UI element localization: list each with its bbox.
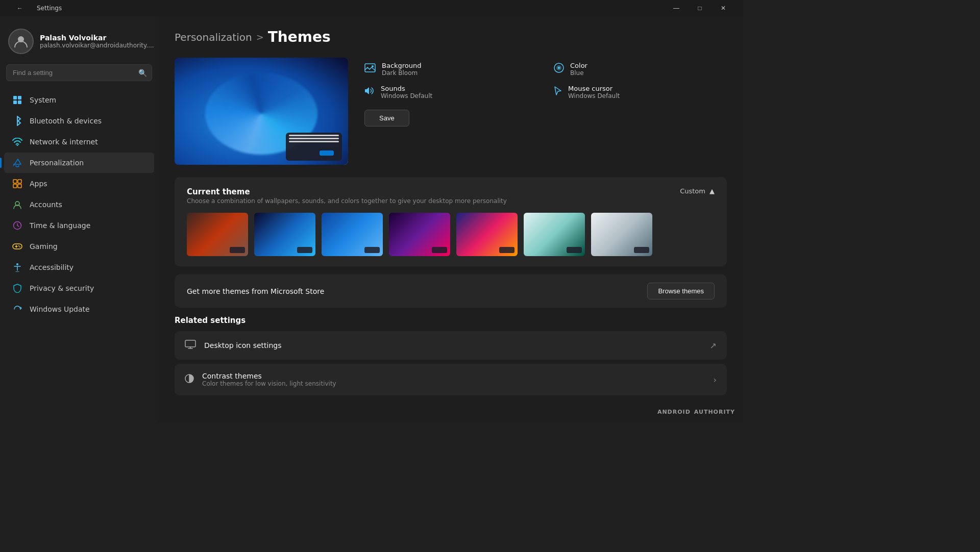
- cursor-icon: [554, 86, 562, 98]
- search-input[interactable]: [6, 64, 152, 81]
- theme-bar-7: [634, 247, 649, 253]
- apps-icon: [12, 179, 22, 189]
- sidebar-item-personalization[interactable]: Personalization: [4, 153, 154, 173]
- sidebar-item-apps[interactable]: Apps: [4, 173, 154, 194]
- bluetooth-icon: [12, 116, 22, 126]
- theme-preview-card: Background Dark Bloom Color Blue: [175, 58, 727, 165]
- network-icon: [12, 137, 22, 147]
- theme-thumbnail-4[interactable]: [389, 213, 450, 256]
- color-value: Blue: [570, 69, 587, 77]
- titlebar-controls: — □ ✕: [665, 0, 735, 16]
- sidebar-item-label-bluetooth: Bluetooth & devices: [30, 117, 102, 125]
- svg-rect-4: [18, 101, 21, 104]
- color-label: Color: [570, 62, 587, 69]
- browse-themes-button[interactable]: Browse themes: [647, 283, 715, 299]
- sidebar-item-accessibility[interactable]: Accessibility: [4, 257, 154, 278]
- theme-thumbnail-1[interactable]: [187, 213, 248, 256]
- sidebar-item-label-accessibility: Accessibility: [30, 263, 74, 271]
- theme-info-sounds: Sounds Windows Default: [364, 85, 537, 99]
- contrast-sublabel: Color themes for low vision, light sensi…: [202, 380, 336, 387]
- svg-rect-21: [185, 340, 195, 347]
- sidebar-item-system[interactable]: System: [4, 90, 154, 110]
- breadcrumb: Personalization > Themes: [175, 29, 727, 45]
- gaming-icon: [12, 241, 22, 252]
- watermark: ANDROID AUTHORITY: [655, 408, 735, 416]
- desktop-icon-icon: [185, 339, 196, 352]
- related-item-contrast-themes[interactable]: Contrast themes Color themes for low vis…: [175, 364, 727, 395]
- accounts-icon: [12, 199, 22, 210]
- titlebar: ← Settings — □ ✕: [0, 0, 743, 16]
- theme-bar-5: [499, 247, 514, 253]
- theme-preview-taskbar: [286, 133, 342, 161]
- accessibility-icon: [12, 262, 22, 272]
- sidebar: Palash Volvoikar palash.volvoikar@androi…: [0, 16, 158, 422]
- theme-bar-4: [432, 247, 447, 253]
- theme-info-color: Color Blue: [554, 62, 727, 77]
- maximize-button[interactable]: □: [688, 0, 712, 16]
- related-item-desktop-icon[interactable]: Desktop icon settings ↗: [175, 331, 727, 360]
- user-email: palash.volvoikar@androidauthority....: [40, 42, 154, 49]
- close-button[interactable]: ✕: [712, 0, 735, 16]
- avatar: [8, 29, 34, 54]
- main-content: Personalization > Themes: [158, 16, 743, 422]
- sidebar-item-label-system: System: [30, 96, 56, 104]
- chevron-up-icon: ▲: [709, 187, 715, 195]
- sidebar-item-gaming[interactable]: Gaming: [4, 236, 154, 257]
- theme-bar-1: [230, 247, 245, 253]
- section-header: Current theme Choose a combination of wa…: [187, 187, 715, 205]
- contrast-text: Contrast themes Color themes for low vis…: [202, 372, 336, 387]
- theme-info-cursor: Mouse cursor Windows Default: [554, 85, 727, 99]
- svg-rect-6: [13, 180, 17, 183]
- time-icon: [12, 220, 22, 231]
- minimize-button[interactable]: —: [665, 0, 688, 16]
- related-settings: Related settings Desktop icon settings ↗: [175, 316, 727, 395]
- taskbar-button-small: [320, 150, 334, 156]
- back-button[interactable]: ←: [8, 0, 32, 16]
- taskbar-line-3: [289, 141, 339, 142]
- sidebar-item-network[interactable]: Network & internet: [4, 132, 154, 152]
- cursor-info-text: Mouse cursor Windows Default: [568, 85, 620, 99]
- sidebar-item-label-privacy: Privacy & security: [30, 284, 94, 292]
- sidebar-item-windows-update[interactable]: Windows Update: [4, 299, 154, 319]
- svg-point-20: [558, 67, 560, 69]
- theme-thumbnail-3[interactable]: [322, 213, 383, 256]
- theme-grid: [187, 213, 715, 256]
- section-title: Current theme: [187, 187, 507, 196]
- svg-rect-1: [13, 96, 17, 99]
- search-icon: 🔍: [138, 69, 147, 77]
- external-link-icon: ↗: [710, 341, 717, 350]
- titlebar-title: Settings: [37, 5, 62, 12]
- app-container: Palash Volvoikar palash.volvoikar@androi…: [0, 16, 743, 422]
- watermark-authority: AUTHORITY: [694, 409, 735, 415]
- section-action[interactable]: Custom ▲: [680, 187, 715, 195]
- theme-bar-6: [567, 247, 582, 253]
- save-button[interactable]: Save: [364, 110, 409, 127]
- search-box: 🔍: [6, 64, 152, 81]
- color-icon: [554, 63, 564, 76]
- breadcrumb-parent[interactable]: Personalization: [175, 31, 252, 43]
- related-item-left-desktop: Desktop icon settings: [185, 339, 282, 352]
- sidebar-item-bluetooth[interactable]: Bluetooth & devices: [4, 111, 154, 131]
- theme-thumbnail-6[interactable]: [524, 213, 585, 256]
- sidebar-item-label-accounts: Accounts: [30, 200, 62, 209]
- user-name: Palash Volvoikar: [40, 34, 154, 42]
- sidebar-item-time[interactable]: Time & language: [4, 215, 154, 236]
- related-item-left-contrast: Contrast themes Color themes for low vis…: [185, 372, 336, 387]
- theme-thumbnail-2[interactable]: [254, 213, 315, 256]
- sidebar-item-label-time: Time & language: [30, 221, 90, 230]
- svg-rect-8: [13, 184, 17, 188]
- theme-preview-image: [175, 58, 348, 165]
- action-label: Custom: [680, 187, 705, 195]
- background-info-text: Background Dark Bloom: [382, 62, 422, 77]
- svg-rect-7: [18, 180, 21, 183]
- theme-thumbnail-5[interactable]: [456, 213, 518, 256]
- user-profile[interactable]: Palash Volvoikar palash.volvoikar@androi…: [0, 22, 158, 64]
- theme-thumbnail-7[interactable]: [591, 213, 652, 256]
- system-icon: [12, 95, 22, 105]
- svg-point-17: [372, 65, 374, 67]
- privacy-icon: [12, 283, 22, 293]
- svg-point-15: [16, 263, 18, 265]
- sidebar-item-accounts[interactable]: Accounts: [4, 194, 154, 215]
- svg-point-14: [19, 246, 20, 247]
- sidebar-item-privacy[interactable]: Privacy & security: [4, 278, 154, 298]
